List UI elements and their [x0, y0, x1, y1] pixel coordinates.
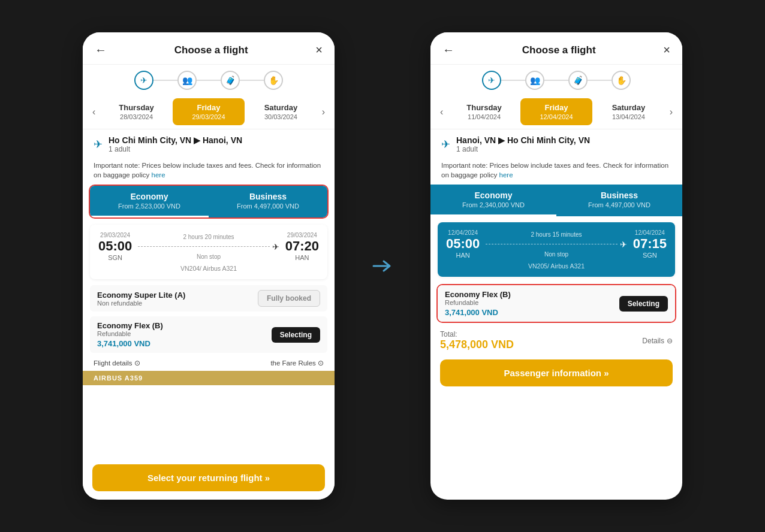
fare-row-0-right: Economy Flex (B) Refundable 3,741,000 VN…: [438, 285, 675, 322]
fare-rules-link-left[interactable]: the Fare Rules ⊙: [270, 359, 324, 367]
flight-details-link-left[interactable]: Flight details ⊙: [94, 359, 140, 367]
date-thursday-left[interactable]: Thursday 28/03/2024: [100, 98, 172, 125]
step-passengers-right: 👥: [525, 71, 544, 90]
date-value-thu-left: 28/03/2024: [103, 113, 170, 120]
step-flight-right: ✈: [482, 71, 501, 90]
arr-date-left: 29/03/2024: [285, 232, 319, 238]
progress-steps-left: ✈ 👥 🧳 ✋: [83, 65, 335, 95]
date-saturday-left[interactable]: Saturday 30/03/2024: [245, 98, 317, 125]
progress-steps-right: ✈ 👥 🧳 ✋: [430, 65, 682, 95]
class-tabs-left: Economy From 2,523,000 VND Business From…: [90, 186, 327, 217]
header-title-left: Choose a flight: [174, 44, 248, 56]
fare-price-0-right: 3,741,000 VND: [445, 308, 511, 317]
date-saturday-right[interactable]: Saturday 13/04/2024: [592, 98, 664, 125]
total-amount-right: 5,478,000 VND: [440, 338, 514, 351]
fare-btn-0-left[interactable]: Fully booked: [258, 290, 320, 307]
step-line-2-left: [197, 80, 221, 81]
flight-plane-icon-right: ✈: [620, 240, 627, 249]
departure-block-right: 12/04/2024 05:00 HAN: [446, 229, 480, 259]
flight-line-right: ✈: [486, 240, 627, 249]
date-picker-left: ‹ Thursday 28/03/2024 Friday 29/03/2024 …: [83, 95, 335, 129]
step-passengers-left: 👥: [177, 71, 197, 90]
total-details-right: Total: 5,478,000 VND Details ⊖: [440, 330, 673, 351]
dep-date-left: 29/03/2024: [98, 232, 132, 238]
dot-line-left: [138, 246, 269, 247]
tab-economy-right[interactable]: Economy From 2,340,000 VND: [430, 185, 556, 216]
day-label-thu-right: Thursday: [450, 103, 517, 112]
right-header: ← Choose a flight ×: [430, 32, 682, 65]
bottom-cta-right: Passenger information »: [430, 355, 682, 395]
tab-business-price-right: From 4,497,000 VND: [561, 201, 677, 208]
arr-airport-left: HAN: [285, 254, 319, 261]
fare-inner-0-right: Economy Flex (B) Refundable 3,741,000 VN…: [445, 290, 668, 317]
step-flight-left: ✈: [134, 71, 153, 90]
fare-name-0-left: Economy Super Lite (A): [97, 291, 185, 300]
fare-refund-0-left: Non refundable: [97, 300, 185, 307]
day-label-sat-left: Saturday: [247, 103, 314, 112]
flight-card-left: 29/03/2024 05:00 SGN 2 hours 20 minutes …: [90, 225, 327, 279]
tab-business-price-left: From 4,497,000 VND: [213, 202, 323, 210]
step-confirm-left: ✋: [264, 71, 283, 90]
step-confirm-right: ✋: [612, 71, 631, 90]
tab-economy-name-left: Economy: [95, 192, 204, 201]
fare-btn-1-left[interactable]: Selecting: [272, 327, 320, 343]
date-friday-right[interactable]: Friday 12/04/2024: [520, 98, 592, 125]
tab-economy-left[interactable]: Economy From 2,523,000 VND: [90, 186, 209, 217]
close-button-left[interactable]: ×: [315, 43, 323, 57]
date-friday-left[interactable]: Friday 29/03/2024: [173, 98, 245, 125]
fare-name-0-right: Economy Flex (B): [445, 290, 511, 299]
fare-inner-1-left: Economy Flex (B) Refundable 3,741,000 VN…: [97, 321, 320, 348]
fare-info-0-right: Economy Flex (B) Refundable 3,741,000 VN…: [445, 290, 511, 317]
date-value-fri-left: 29/03/2024: [175, 113, 242, 120]
date-options-left: Thursday 28/03/2024 Friday 29/03/2024 Sa…: [100, 98, 317, 125]
aircraft-left: VN204/ Airbus A321: [98, 265, 319, 272]
fare-info-1-left: Economy Flex (B) Refundable 3,741,000 VN…: [97, 321, 163, 348]
tab-economy-name-right: Economy: [435, 191, 552, 200]
aircraft-right: VN205/ Airbus A321: [446, 262, 667, 270]
date-value-thu-right: 11/04/2024: [450, 113, 517, 120]
tab-business-name-right: Business: [561, 191, 677, 200]
route-text-right: Hanoi, VN ▶ Ho Chi Minh City, VN: [456, 135, 590, 145]
date-prev-right[interactable]: ‹: [435, 103, 448, 121]
date-thursday-right[interactable]: Thursday 11/04/2024: [448, 98, 520, 125]
tab-business-right[interactable]: Business From 4,497,000 VND: [556, 185, 682, 216]
back-button-right[interactable]: ←: [442, 43, 454, 57]
right-phone: ← Choose a flight × ✈ 👥 🧳 ✋ ‹ Thursday 1…: [430, 32, 682, 500]
baggage-policy-link-right[interactable]: here: [499, 171, 513, 179]
flight-stop-right: Non stop: [486, 251, 627, 258]
tab-business-left[interactable]: Business From 4,497,000 VND: [209, 186, 327, 217]
passenger-information-button[interactable]: Passenger information »: [440, 359, 673, 386]
date-options-right: Thursday 11/04/2024 Friday 12/04/2024 Sa…: [448, 98, 664, 125]
tab-economy-price-right: From 2,340,000 VND: [435, 201, 552, 208]
details-button-right[interactable]: Details ⊖: [642, 337, 673, 345]
date-next-right[interactable]: ›: [665, 103, 677, 121]
dep-airport-right: HAN: [446, 252, 480, 259]
bottom-cta-left: Select your returning flight »: [83, 458, 335, 500]
dep-date-right: 12/04/2024: [446, 229, 480, 236]
arr-time-right: 07:15: [633, 236, 667, 252]
date-prev-left[interactable]: ‹: [88, 103, 100, 121]
fare-inner-0-left: Economy Super Lite (A) Non refundable Fu…: [97, 290, 320, 307]
dep-time-left: 05:00: [98, 238, 132, 254]
details-minus-icon: ⊖: [667, 337, 673, 345]
date-value-fri-right: 12/04/2024: [523, 113, 590, 120]
step-line-3-right: [588, 80, 612, 81]
date-next-left[interactable]: ›: [317, 103, 330, 121]
flight-card-right: 12/04/2024 05:00 HAN 2 hours 15 minutes …: [438, 222, 675, 277]
step-line-3-left: [240, 80, 264, 81]
route-text-left: Ho Chi Minh City, VN ▶ Hanoi, VN: [109, 135, 242, 145]
date-value-sat-left: 30/03/2024: [247, 113, 314, 120]
airbus-banner-left: AIRBUS A359: [83, 371, 335, 385]
arr-airport-right: SGN: [633, 252, 667, 259]
flight-times-right: 12/04/2024 05:00 HAN 2 hours 15 minutes …: [446, 229, 667, 259]
baggage-policy-link-left[interactable]: here: [152, 171, 165, 179]
dot-line-right: [486, 244, 617, 244]
fare-btn-0-right[interactable]: Selecting: [619, 296, 668, 312]
flight-duration-right: 2 hours 15 minutes: [486, 231, 627, 238]
flight-middle-left: 2 hours 20 minutes ✈ Non stop: [132, 234, 285, 260]
fare-refund-0-right: Refundable: [445, 299, 511, 306]
close-button-right[interactable]: ×: [663, 43, 670, 57]
flight-details-row-left: Flight details ⊙ the Fare Rules ⊙: [83, 355, 335, 371]
back-button-left[interactable]: ←: [95, 43, 107, 57]
select-returning-flight-button[interactable]: Select your returning flight »: [92, 464, 325, 491]
